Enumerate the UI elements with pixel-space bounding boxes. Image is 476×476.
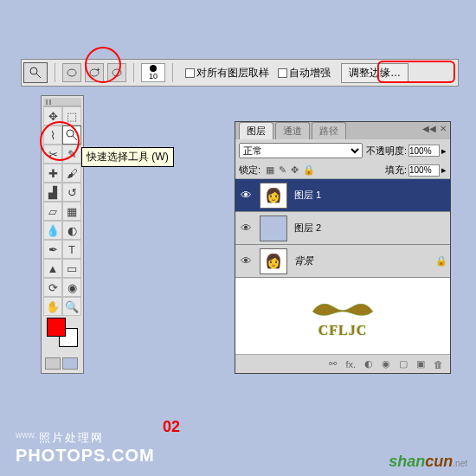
layers-panel: 图层 通道 路径 ◀◀ ✕ 正常 不透明度: ▸ 锁定: ▦ ✎ ✥ 🔒 填充:… — [235, 121, 451, 374]
collapse-icon[interactable]: ◀◀ — [422, 124, 436, 133]
svg-point-7 — [67, 130, 74, 137]
lock-brush-icon[interactable]: ✎ — [279, 164, 286, 176]
close-icon[interactable]: ✕ — [440, 124, 447, 133]
eyedropper-tool[interactable]: ✎ — [62, 145, 81, 164]
marquee-tool[interactable]: ⬚ — [62, 106, 81, 125]
divider — [133, 63, 134, 82]
delete-icon[interactable]: 🗑 — [434, 359, 443, 370]
stamp-tool[interactable]: ▟ — [43, 183, 62, 202]
link-layers-icon[interactable]: ⚯ — [329, 358, 337, 370]
fill-label: 填充: — [385, 164, 407, 177]
options-bar: + - 10 对所有图层取样 自动增强 调整边缘… — [21, 59, 459, 87]
svg-line-1 — [36, 74, 41, 78]
layer-row[interactable]: 👁 👩 图层 1 — [235, 179, 450, 212]
eraser-tool[interactable]: ▱ — [43, 202, 62, 221]
divider — [55, 63, 55, 82]
auto-enhance-checkbox[interactable]: 自动增强 — [278, 66, 331, 80]
quick-mask-row[interactable] — [43, 356, 81, 371]
layer-list: 👁 👩 图层 1 👁 图层 2 👁 👩 背景 🔒 CFLJC — [235, 179, 450, 354]
tab-paths[interactable]: 路径 — [312, 122, 346, 139]
fx-icon[interactable]: fx. — [345, 359, 356, 370]
step-number: 02 — [163, 418, 180, 436]
layers-footer: ⚯ fx. ◐ ◉ ▢ ▣ 🗑 — [235, 354, 450, 373]
layer-thumbnail[interactable] — [260, 215, 287, 241]
mask-icon[interactable]: ◐ — [364, 358, 373, 370]
move-tool[interactable]: ✥ — [43, 106, 62, 125]
new-selection-button[interactable] — [62, 63, 81, 82]
brush-picker[interactable]: 10 — [141, 63, 165, 82]
tool-preset-picker[interactable] — [23, 62, 48, 83]
panel-handle[interactable] — [43, 98, 81, 106]
3d-camera-tool[interactable]: ◉ — [62, 278, 81, 297]
photops-watermark: www. 照片处理网 PHOTOPS.COM — [16, 430, 155, 466]
tab-channels[interactable]: 通道 — [275, 122, 310, 139]
sample-all-layers-checkbox[interactable]: 对所有图层取样 — [185, 66, 269, 80]
logo-text: CFLJC — [304, 323, 382, 338]
lock-move-icon[interactable]: ✥ — [291, 164, 299, 176]
ornament-icon — [304, 294, 382, 320]
shancun-tld: .net — [453, 459, 467, 468]
path-select-tool[interactable]: ▲ — [43, 259, 62, 278]
opacity-input[interactable] — [408, 145, 440, 157]
zoom-tool[interactable]: 🔍 — [62, 297, 81, 316]
add-selection-button[interactable]: + — [85, 63, 104, 82]
new-layer-icon[interactable]: ▣ — [416, 358, 425, 370]
visibility-icon[interactable]: 👁 — [235, 189, 256, 202]
refine-edge-button[interactable]: 调整边缘… — [341, 63, 408, 83]
shancun-part2: cun — [425, 453, 453, 470]
crop-tool[interactable]: ✂ — [43, 145, 62, 164]
lock-icon: 🔒 — [433, 255, 450, 267]
toolbox: ✥ ⬚ ⌇ ✂ ✎ ✚ 🖌 ▟ ↺ ▱ ▦ 💧 ◐ ✒ T ▲ ▭ ⟳ ◉ ✋ … — [41, 95, 84, 374]
brush-size-value: 10 — [149, 72, 158, 80]
checkbox-icon — [278, 68, 287, 78]
layer-name[interactable]: 背景 — [291, 254, 433, 267]
type-tool[interactable]: T — [62, 240, 81, 259]
lasso-tool[interactable]: ⌇ — [43, 125, 62, 145]
blend-mode-select[interactable]: 正常 — [239, 143, 363, 158]
svg-point-0 — [30, 68, 37, 74]
quick-select-tool[interactable] — [62, 125, 81, 145]
www-label: www. — [16, 430, 36, 440]
chevron-icon[interactable]: ▸ — [441, 145, 447, 157]
brush-tool[interactable]: 🖌 — [62, 164, 81, 183]
blur-tool[interactable]: 💧 — [43, 221, 62, 240]
panel-watermark: CFLJC — [235, 278, 450, 354]
layer-name[interactable]: 图层 1 — [291, 189, 450, 202]
tab-layers[interactable]: 图层 — [239, 122, 273, 139]
quick-mask-icon — [45, 357, 61, 370]
visibility-icon[interactable]: 👁 — [235, 222, 256, 235]
svg-text:-: - — [119, 67, 121, 74]
pen-tool[interactable]: ✒ — [43, 240, 62, 259]
layer-thumbnail[interactable]: 👩 — [260, 183, 287, 209]
checkbox-icon — [185, 68, 195, 78]
color-swatches[interactable] — [43, 316, 81, 352]
screen-mode-icon — [62, 357, 78, 370]
dodge-tool[interactable]: ◐ — [62, 221, 81, 240]
lock-pixels-icon[interactable]: ▦ — [266, 164, 274, 176]
lock-all-icon[interactable]: 🔒 — [303, 164, 315, 176]
svg-text:+: + — [96, 67, 100, 74]
auto-enhance-label: 自动增强 — [289, 66, 331, 80]
chevron-icon[interactable]: ▸ — [441, 164, 447, 176]
shancun-watermark: shancun.net — [389, 453, 467, 471]
shape-tool[interactable]: ▭ — [62, 259, 81, 278]
lock-label: 锁定: — [239, 164, 261, 177]
divider — [172, 63, 173, 82]
layer-thumbnail[interactable]: 👩 — [260, 248, 287, 274]
fill-input[interactable] — [408, 164, 440, 177]
adjustment-icon[interactable]: ◉ — [382, 358, 390, 370]
history-brush-tool[interactable]: ↺ — [62, 183, 81, 202]
subtract-selection-button[interactable]: - — [107, 63, 126, 82]
healing-tool[interactable]: ✚ — [43, 164, 62, 183]
foreground-color-swatch[interactable] — [47, 318, 66, 337]
visibility-icon[interactable]: 👁 — [235, 254, 256, 267]
layer-row[interactable]: 👁 👩 背景 🔒 — [235, 245, 450, 278]
3d-tool[interactable]: ⟳ — [43, 278, 62, 297]
layer-name[interactable]: 图层 2 — [291, 222, 450, 235]
brush-dot-icon — [150, 65, 157, 72]
layer-row[interactable]: 👁 图层 2 — [235, 212, 450, 245]
watermark-cn: 照片处理网 — [39, 431, 104, 444]
gradient-tool[interactable]: ▦ — [62, 202, 81, 221]
group-icon[interactable]: ▢ — [399, 358, 408, 370]
hand-tool[interactable]: ✋ — [43, 297, 62, 316]
